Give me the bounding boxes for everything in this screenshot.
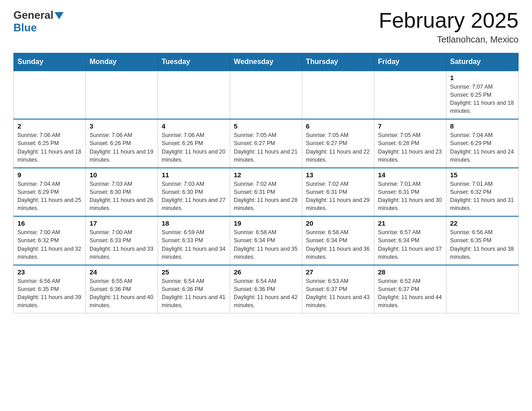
calendar-cell: 13Sunrise: 7:02 AM Sunset: 6:31 PM Dayli… <box>302 168 374 217</box>
calendar-cell <box>158 71 230 120</box>
column-header-wednesday: Wednesday <box>230 53 302 71</box>
day-info: Sunrise: 6:57 AM Sunset: 6:34 PM Dayligh… <box>378 228 442 261</box>
day-info: Sunrise: 6:56 AM Sunset: 6:35 PM Dayligh… <box>17 277 82 310</box>
calendar-cell: 27Sunrise: 6:53 AM Sunset: 6:37 PM Dayli… <box>302 265 374 313</box>
day-number: 27 <box>306 268 370 276</box>
day-number: 8 <box>450 122 515 130</box>
page-header: General Blue February 2025 Tetlanohcan, … <box>13 9 519 45</box>
calendar-cell: 10Sunrise: 7:03 AM Sunset: 6:30 PM Dayli… <box>86 168 158 217</box>
day-info: Sunrise: 6:56 AM Sunset: 6:35 PM Dayligh… <box>450 228 515 261</box>
day-info: Sunrise: 6:54 AM Sunset: 6:36 PM Dayligh… <box>234 277 298 310</box>
day-number: 6 <box>306 122 370 130</box>
calendar-cell: 22Sunrise: 6:56 AM Sunset: 6:35 PM Dayli… <box>446 216 519 265</box>
calendar-cell: 6Sunrise: 7:05 AM Sunset: 6:27 PM Daylig… <box>302 119 374 168</box>
calendar-cell: 2Sunrise: 7:06 AM Sunset: 6:25 PM Daylig… <box>14 119 86 168</box>
calendar-cell: 21Sunrise: 6:57 AM Sunset: 6:34 PM Dayli… <box>374 216 446 265</box>
day-info: Sunrise: 7:06 AM Sunset: 6:26 PM Dayligh… <box>162 131 226 164</box>
calendar-table: SundayMondayTuesdayWednesdayThursdayFrid… <box>13 53 519 314</box>
day-info: Sunrise: 7:01 AM Sunset: 6:31 PM Dayligh… <box>378 180 442 213</box>
day-number: 28 <box>378 268 442 276</box>
day-info: Sunrise: 6:53 AM Sunset: 6:37 PM Dayligh… <box>306 277 370 310</box>
day-number: 26 <box>234 268 298 276</box>
day-number: 18 <box>162 219 226 227</box>
calendar-cell: 24Sunrise: 6:55 AM Sunset: 6:36 PM Dayli… <box>86 265 158 313</box>
calendar-cell: 3Sunrise: 7:06 AM Sunset: 6:26 PM Daylig… <box>86 119 158 168</box>
calendar-location: Tetlanohcan, Mexico <box>379 34 519 45</box>
calendar-cell: 19Sunrise: 6:58 AM Sunset: 6:34 PM Dayli… <box>230 216 302 265</box>
day-number: 19 <box>234 219 298 227</box>
day-number: 23 <box>17 268 82 276</box>
day-info: Sunrise: 7:06 AM Sunset: 6:25 PM Dayligh… <box>17 131 82 164</box>
column-header-friday: Friday <box>374 53 446 71</box>
day-number: 17 <box>90 219 154 227</box>
calendar-cell <box>14 71 86 120</box>
calendar-cell: 18Sunrise: 6:59 AM Sunset: 6:33 PM Dayli… <box>158 216 230 265</box>
day-info: Sunrise: 7:02 AM Sunset: 6:31 PM Dayligh… <box>306 180 370 213</box>
column-header-saturday: Saturday <box>446 53 519 71</box>
day-info: Sunrise: 6:58 AM Sunset: 6:34 PM Dayligh… <box>306 228 370 261</box>
title-block: February 2025 Tetlanohcan, Mexico <box>379 9 519 45</box>
svg-marker-0 <box>55 12 64 19</box>
day-number: 20 <box>306 219 370 227</box>
calendar-cell: 20Sunrise: 6:58 AM Sunset: 6:34 PM Dayli… <box>302 216 374 265</box>
day-info: Sunrise: 7:04 AM Sunset: 6:29 PM Dayligh… <box>450 131 515 164</box>
logo-general-text: General <box>13 9 53 21</box>
day-info: Sunrise: 6:54 AM Sunset: 6:36 PM Dayligh… <box>162 277 226 310</box>
calendar-week-row: 9Sunrise: 7:04 AM Sunset: 6:29 PM Daylig… <box>14 168 519 217</box>
day-info: Sunrise: 7:05 AM Sunset: 6:27 PM Dayligh… <box>234 131 298 164</box>
day-info: Sunrise: 7:00 AM Sunset: 6:32 PM Dayligh… <box>17 228 82 261</box>
logo: General Blue <box>13 9 64 34</box>
calendar-cell <box>374 71 446 120</box>
calendar-cell: 5Sunrise: 7:05 AM Sunset: 6:27 PM Daylig… <box>230 119 302 168</box>
day-info: Sunrise: 7:00 AM Sunset: 6:33 PM Dayligh… <box>90 228 154 261</box>
calendar-cell <box>302 71 374 120</box>
day-number: 14 <box>378 171 442 179</box>
logo-blue-text: Blue <box>13 21 37 34</box>
day-info: Sunrise: 7:05 AM Sunset: 6:27 PM Dayligh… <box>306 131 370 164</box>
day-info: Sunrise: 7:04 AM Sunset: 6:29 PM Dayligh… <box>17 180 82 213</box>
column-header-thursday: Thursday <box>302 53 374 71</box>
day-number: 1 <box>450 74 515 81</box>
day-info: Sunrise: 7:01 AM Sunset: 6:32 PM Dayligh… <box>450 180 515 213</box>
calendar-cell: 14Sunrise: 7:01 AM Sunset: 6:31 PM Dayli… <box>374 168 446 217</box>
day-info: Sunrise: 7:03 AM Sunset: 6:30 PM Dayligh… <box>162 180 226 213</box>
day-number: 2 <box>17 122 82 130</box>
day-info: Sunrise: 6:52 AM Sunset: 6:37 PM Dayligh… <box>378 277 442 310</box>
calendar-cell: 17Sunrise: 7:00 AM Sunset: 6:33 PM Dayli… <box>86 216 158 265</box>
calendar-cell: 9Sunrise: 7:04 AM Sunset: 6:29 PM Daylig… <box>14 168 86 217</box>
day-info: Sunrise: 7:05 AM Sunset: 6:28 PM Dayligh… <box>378 131 442 164</box>
day-number: 7 <box>378 122 442 130</box>
day-number: 3 <box>90 122 154 130</box>
day-number: 24 <box>90 268 154 276</box>
column-header-monday: Monday <box>86 53 158 71</box>
calendar-cell: 12Sunrise: 7:02 AM Sunset: 6:31 PM Dayli… <box>230 168 302 217</box>
calendar-cell: 11Sunrise: 7:03 AM Sunset: 6:30 PM Dayli… <box>158 168 230 217</box>
calendar-week-row: 16Sunrise: 7:00 AM Sunset: 6:32 PM Dayli… <box>14 216 519 265</box>
calendar-cell: 25Sunrise: 6:54 AM Sunset: 6:36 PM Dayli… <box>158 265 230 313</box>
calendar-title: February 2025 <box>379 9 519 33</box>
day-number: 16 <box>17 219 82 227</box>
day-info: Sunrise: 6:59 AM Sunset: 6:33 PM Dayligh… <box>162 228 226 261</box>
day-number: 22 <box>450 219 515 227</box>
calendar-cell: 7Sunrise: 7:05 AM Sunset: 6:28 PM Daylig… <box>374 119 446 168</box>
day-info: Sunrise: 6:55 AM Sunset: 6:36 PM Dayligh… <box>90 277 154 310</box>
calendar-cell: 15Sunrise: 7:01 AM Sunset: 6:32 PM Dayli… <box>446 168 519 217</box>
calendar-cell: 4Sunrise: 7:06 AM Sunset: 6:26 PM Daylig… <box>158 119 230 168</box>
calendar-cell <box>86 71 158 120</box>
day-number: 9 <box>17 171 82 179</box>
calendar-week-row: 2Sunrise: 7:06 AM Sunset: 6:25 PM Daylig… <box>14 119 519 168</box>
calendar-cell: 16Sunrise: 7:00 AM Sunset: 6:32 PM Dayli… <box>14 216 86 265</box>
day-number: 10 <box>90 171 154 179</box>
day-number: 11 <box>162 171 226 179</box>
calendar-cell: 28Sunrise: 6:52 AM Sunset: 6:37 PM Dayli… <box>374 265 446 313</box>
column-header-sunday: Sunday <box>14 53 86 71</box>
day-info: Sunrise: 7:03 AM Sunset: 6:30 PM Dayligh… <box>90 180 154 213</box>
logo-flag-icon <box>55 12 64 19</box>
day-number: 15 <box>450 171 515 179</box>
day-info: Sunrise: 6:58 AM Sunset: 6:34 PM Dayligh… <box>234 228 298 261</box>
calendar-cell <box>446 265 519 313</box>
day-number: 12 <box>234 171 298 179</box>
day-info: Sunrise: 7:07 AM Sunset: 6:25 PM Dayligh… <box>450 83 515 116</box>
calendar-cell: 26Sunrise: 6:54 AM Sunset: 6:36 PM Dayli… <box>230 265 302 313</box>
calendar-header-row: SundayMondayTuesdayWednesdayThursdayFrid… <box>14 53 519 71</box>
